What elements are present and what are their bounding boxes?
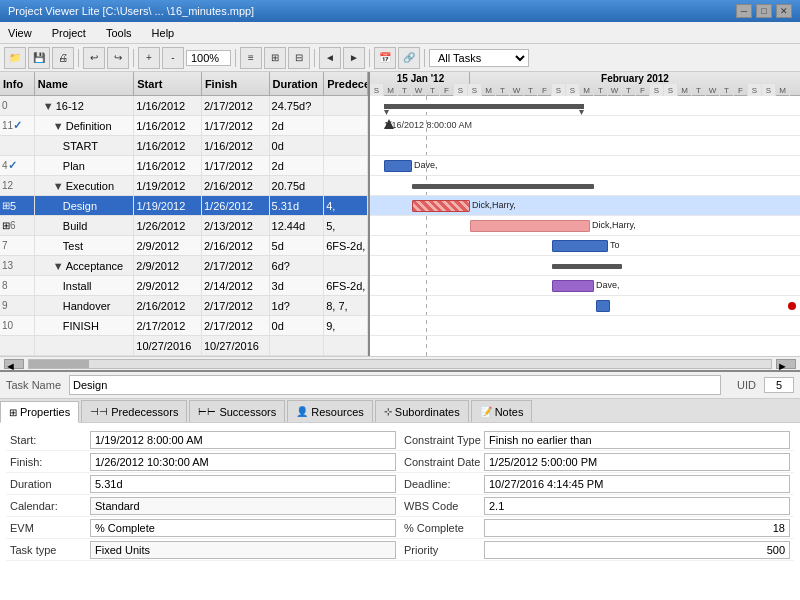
filter-select[interactable]: All Tasks (429, 49, 529, 67)
save-button[interactable]: 💾 (28, 47, 50, 69)
prop-value-calendar[interactable] (90, 497, 396, 515)
prop-label-priority: Priority (404, 544, 484, 556)
feb-label: February 2012 (470, 72, 800, 84)
zoom-in-button[interactable]: + (138, 47, 160, 69)
menu-view[interactable]: View (4, 25, 36, 41)
tab-subordinates[interactable]: ⊹ Subordinates (375, 400, 469, 422)
prop-value-constraint-type[interactable] (484, 431, 790, 449)
day-cell: S (552, 84, 566, 96)
prop-label-tasktype: Task type (10, 544, 90, 556)
print-button[interactable]: 🖨 (52, 47, 74, 69)
scrollbar-area[interactable]: ◄ ► (0, 356, 800, 370)
task-name: Build (35, 216, 135, 235)
prop-value-priority[interactable] (484, 541, 790, 559)
task-pred (324, 116, 368, 135)
chart-view-button[interactable]: ⊟ (288, 47, 310, 69)
maximize-button[interactable]: □ (756, 4, 772, 18)
task-name-label: Task Name (6, 379, 61, 391)
task-finish: 2/16/2012 (202, 236, 270, 255)
tab-successors[interactable]: ⊢⊢ Successors (189, 400, 285, 422)
table-row-selected[interactable]: ⊞ 5 Design 1/19/2012 1/26/2012 5.31d 4, (0, 196, 368, 216)
prop-value-wbs[interactable] (484, 497, 790, 515)
table-row[interactable]: 7 Test 2/9/2012 2/16/2012 5d 6FS-2d, (0, 236, 368, 256)
prop-value-constraint-date[interactable] (484, 453, 790, 471)
sep2 (133, 49, 134, 67)
prop-label-pct-complete: % Complete (404, 522, 484, 534)
task-start: 1/16/2012 (134, 136, 202, 155)
task-dur: 0d (270, 136, 325, 155)
menu-bar: View Project Tools Help (0, 22, 800, 44)
task-start: 1/16/2012 (134, 96, 202, 115)
uid-value: 5 (764, 377, 794, 393)
calendar-button[interactable]: 📅 (374, 47, 396, 69)
prop-value-deadline[interactable] (484, 475, 790, 493)
link-button[interactable]: 🔗 (398, 47, 420, 69)
zoom-out-button[interactable]: - (162, 47, 184, 69)
scrollbar-thumb[interactable] (29, 360, 89, 368)
menu-help[interactable]: Help (148, 25, 179, 41)
redo-button[interactable]: ↪ (107, 47, 129, 69)
prop-value-start[interactable] (90, 431, 396, 449)
table-row[interactable]: 10/27/2016 10/27/2016 (0, 336, 368, 356)
prop-label-evm: EVM (10, 522, 90, 534)
tab-properties[interactable]: ⊞ Properties (0, 401, 79, 423)
gantt-bar-summary (384, 104, 584, 109)
table-row[interactable]: 13 ▼Acceptance 2/9/2012 2/17/2012 6d? (0, 256, 368, 276)
undo-button[interactable]: ↩ (83, 47, 105, 69)
menu-project[interactable]: Project (48, 25, 90, 41)
table-row[interactable]: 9 Handover 2/16/2012 2/17/2012 1d? 8, 7, (0, 296, 368, 316)
prop-value-pct-complete[interactable] (484, 519, 790, 537)
task-dur: 2d (270, 116, 325, 135)
task-start: 1/16/2012 (134, 156, 202, 175)
prop-value-duration[interactable] (90, 475, 396, 493)
table-row[interactable]: ⊞6 Build 1/26/2012 2/13/2012 12.44d 5, (0, 216, 368, 236)
props-right-col: Constraint Type Constraint Date Deadline… (400, 429, 794, 594)
row-id: 12 (0, 176, 35, 195)
day-cell: T (622, 84, 636, 96)
prop-value-finish[interactable] (90, 453, 396, 471)
scroll-right-button[interactable]: ► (343, 47, 365, 69)
tab-predecessors[interactable]: ⊣⊣ Predecessors (81, 400, 187, 422)
table-row[interactable]: 8 Install 2/9/2012 2/14/2012 3d 6FS-2d, (0, 276, 368, 296)
day-cell: T (720, 84, 734, 96)
task-name: Install (35, 276, 135, 295)
table-view-button[interactable]: ⊞ (264, 47, 286, 69)
day-cell: M (678, 84, 692, 96)
table-row[interactable]: 4✓ Plan 1/16/2012 1/17/2012 2d (0, 156, 368, 176)
task-finish: 1/17/2012 (202, 116, 270, 135)
task-dur: 24.75d? (270, 96, 325, 115)
gantt-bar-label: Dick,Harry, (472, 200, 516, 210)
open-button[interactable]: 📁 (4, 47, 26, 69)
menu-tools[interactable]: Tools (102, 25, 136, 41)
day-cell: S (566, 84, 580, 96)
gantt-header: 15 Jan '12 February 2012 S M T W T F S (370, 72, 800, 96)
task-dur: 5d (270, 236, 325, 255)
table-row[interactable]: 10 FINISH 2/17/2012 2/17/2012 0d 9, (0, 316, 368, 336)
task-finish: 2/17/2012 (202, 96, 270, 115)
close-button[interactable]: ✕ (776, 4, 792, 18)
sep5 (369, 49, 370, 67)
day-cell: F (538, 84, 552, 96)
gantt-arrow-left (384, 110, 389, 115)
main-area: Info Name Start Finish Duration Predeces… (0, 72, 800, 600)
scroll-left-btn[interactable]: ◄ (4, 359, 24, 369)
gantt-bar-label: Dave, (414, 160, 438, 170)
row-id: 8 (0, 276, 35, 295)
scrollbar-track[interactable] (28, 359, 772, 369)
gantt-view-button[interactable]: ≡ (240, 47, 262, 69)
minimize-button[interactable]: ─ (736, 4, 752, 18)
prop-value-evm[interactable] (90, 519, 396, 537)
scroll-right-btn[interactable]: ► (776, 359, 796, 369)
task-name: ▼Execution (35, 176, 135, 195)
table-row[interactable]: 11✓ ▼Definition 1/16/2012 1/17/2012 2d (0, 116, 368, 136)
prop-value-tasktype[interactable] (90, 541, 396, 559)
tab-resources[interactable]: 👤 Resources (287, 400, 373, 422)
tab-notes[interactable]: 📝 Notes (471, 400, 533, 422)
table-row[interactable]: START 1/16/2012 1/16/2012 0d (0, 136, 368, 156)
table-row[interactable]: 0 ▼16-12 1/16/2012 2/17/2012 24.75d? (0, 96, 368, 116)
task-name-input[interactable] (69, 375, 721, 395)
zoom-input[interactable] (186, 50, 231, 66)
scroll-left-button[interactable]: ◄ (319, 47, 341, 69)
table-row[interactable]: 12 ▼Execution 1/19/2012 2/16/2012 20.75d (0, 176, 368, 196)
props-grid: Start: Finish: Duration Calendar: EVM (0, 423, 800, 600)
